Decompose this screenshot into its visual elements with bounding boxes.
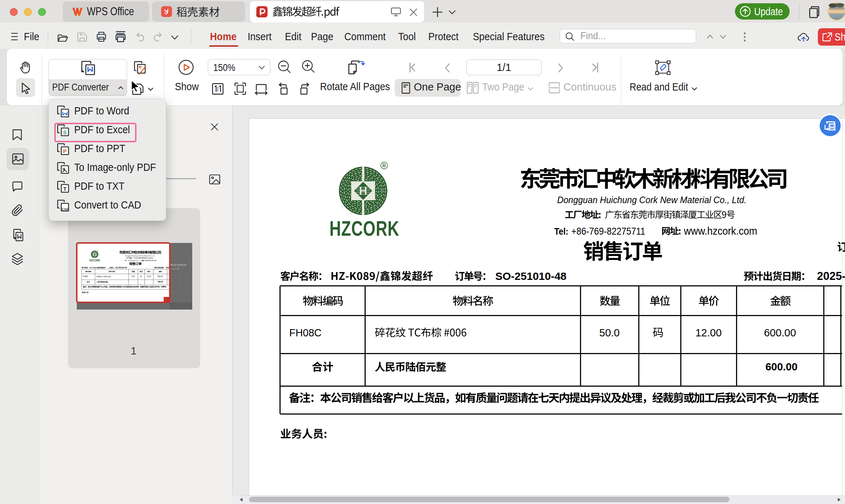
svg-text:T: T <box>63 186 67 192</box>
svg-text:CAD: CAD <box>62 207 68 211</box>
svg-text:P: P <box>63 148 67 154</box>
